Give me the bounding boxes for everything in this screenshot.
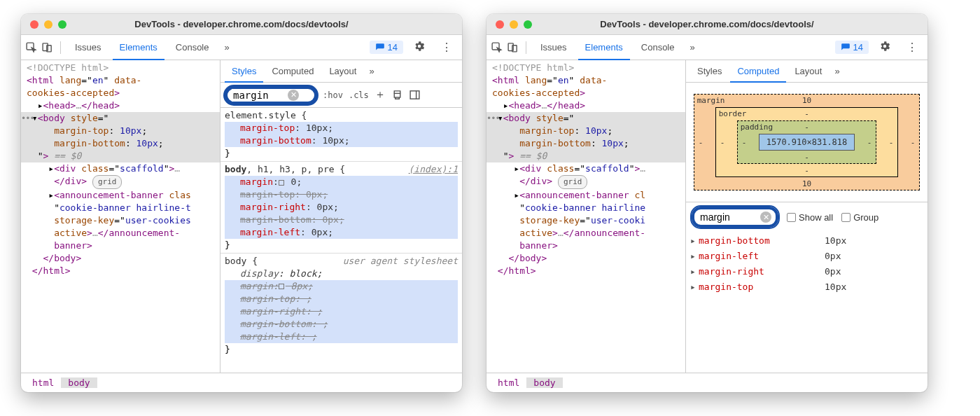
maximize-button[interactable]: [58, 20, 66, 29]
styles-filter-highlight: ✕: [225, 86, 317, 104]
main-toolbar: Issues Elements Console » 14 ⋮: [21, 35, 462, 60]
devtools-window-styles: DevTools - developer.chrome.com/docs/dev…: [21, 14, 462, 392]
main-toolbar: Issues Elements Console » 14 ⋮: [486, 35, 927, 60]
computed-row: ▸margin-right0px: [686, 264, 927, 279]
more-subtabs-icon[interactable]: »: [830, 66, 844, 76]
clear-filter-icon[interactable]: ✕: [760, 212, 771, 223]
kebab-menu-icon[interactable]: ⋮: [901, 41, 923, 54]
subtab-styles[interactable]: Styles: [225, 60, 263, 83]
issues-count: 14: [388, 42, 398, 53]
tab-issues[interactable]: Issues: [533, 35, 574, 60]
computed-row: ▸margin-bottom10px: [686, 233, 927, 249]
close-button[interactable]: [30, 20, 38, 29]
styles-pane: Styles Computed Layout » ✕ :hov .cls ＋ e…: [220, 60, 462, 373]
subtab-styles[interactable]: Styles: [690, 60, 729, 83]
tab-console[interactable]: Console: [169, 35, 216, 60]
tab-elements[interactable]: Elements: [113, 35, 164, 60]
titlebar[interactable]: DevTools - developer.chrome.com/docs/dev…: [21, 14, 462, 35]
sidebar-toggle-icon[interactable]: [409, 89, 421, 101]
styles-filter-input[interactable]: [232, 89, 288, 102]
dom-tree[interactable]: <!DOCTYPE html> <html lang="en" data- co…: [486, 60, 686, 373]
cls-toggle[interactable]: .cls: [349, 90, 369, 100]
crumb-body[interactable]: body: [61, 377, 97, 388]
box-model[interactable]: margin 10 10 - - border - - - - padding …: [686, 83, 927, 202]
device-toggle-icon[interactable]: [507, 41, 519, 53]
dom-tree[interactable]: <!DOCTYPE html> <html lang="en" data- co…: [21, 60, 220, 373]
breadcrumb[interactable]: html body: [21, 373, 462, 392]
styles-rules[interactable]: element.style { margin-top: 10px; margin…: [220, 108, 462, 373]
new-rule-icon[interactable]: ＋: [374, 88, 386, 102]
issues-count: 14: [853, 42, 863, 53]
crumb-body[interactable]: body: [526, 377, 562, 388]
issues-badge[interactable]: 14: [370, 41, 403, 54]
computed-filter-highlight: ✕: [692, 207, 778, 228]
settings-icon[interactable]: [407, 40, 431, 55]
subtab-layout[interactable]: Layout: [788, 60, 829, 83]
subtab-computed[interactable]: Computed: [730, 60, 786, 83]
more-subtabs-icon[interactable]: »: [365, 66, 378, 76]
kebab-menu-icon[interactable]: ⋮: [435, 41, 458, 54]
settings-icon[interactable]: [873, 40, 897, 55]
computed-row: ▸margin-top10px: [686, 279, 927, 295]
tab-issues[interactable]: Issues: [68, 35, 108, 60]
more-tabs-icon[interactable]: »: [685, 42, 699, 53]
inspect-icon[interactable]: [491, 41, 503, 53]
window-title: DevTools - developer.chrome.com/docs/dev…: [486, 19, 927, 29]
computed-row: ▸margin-left0px: [686, 249, 927, 264]
show-all-checkbox[interactable]: Show all: [787, 212, 833, 223]
titlebar[interactable]: DevTools - developer.chrome.com/docs/dev…: [486, 14, 927, 35]
boxmodel-margin-label: margin: [697, 96, 725, 105]
grid-badge[interactable]: grid: [558, 175, 588, 189]
grid-badge[interactable]: grid: [92, 175, 122, 189]
computed-properties[interactable]: ▸margin-bottom10px ▸margin-left0px ▸marg…: [686, 232, 927, 296]
crumb-html[interactable]: html: [491, 377, 526, 388]
breadcrumb[interactable]: html body: [486, 373, 927, 392]
issues-badge[interactable]: 14: [835, 41, 869, 54]
clear-filter-icon[interactable]: ✕: [288, 90, 299, 101]
hov-toggle[interactable]: :hov: [323, 90, 343, 100]
more-tabs-icon[interactable]: »: [220, 42, 233, 53]
minimize-button[interactable]: [44, 20, 52, 29]
boxmodel-content: 1570.910×831.818: [759, 134, 855, 151]
print-icon[interactable]: [391, 89, 403, 101]
svg-rect-3: [394, 93, 400, 97]
group-checkbox[interactable]: Group: [841, 212, 878, 223]
devtools-window-computed: DevTools - developer.chrome.com/docs/dev…: [486, 14, 927, 392]
tab-console[interactable]: Console: [634, 35, 682, 60]
window-title: DevTools - developer.chrome.com/docs/dev…: [21, 19, 462, 29]
minimize-button[interactable]: [510, 20, 518, 29]
device-toggle-icon[interactable]: [41, 41, 53, 53]
subtab-layout[interactable]: Layout: [322, 60, 363, 83]
tab-elements[interactable]: Elements: [578, 35, 630, 60]
maximize-button[interactable]: [524, 20, 532, 29]
computed-pane: Styles Computed Layout » margin 10 10 - …: [686, 60, 927, 373]
close-button[interactable]: [496, 20, 504, 29]
svg-rect-4: [410, 91, 419, 99]
subtab-computed[interactable]: Computed: [265, 60, 321, 83]
inspect-icon[interactable]: [25, 41, 37, 53]
computed-filter-input[interactable]: [699, 211, 760, 223]
crumb-html[interactable]: html: [25, 377, 61, 388]
